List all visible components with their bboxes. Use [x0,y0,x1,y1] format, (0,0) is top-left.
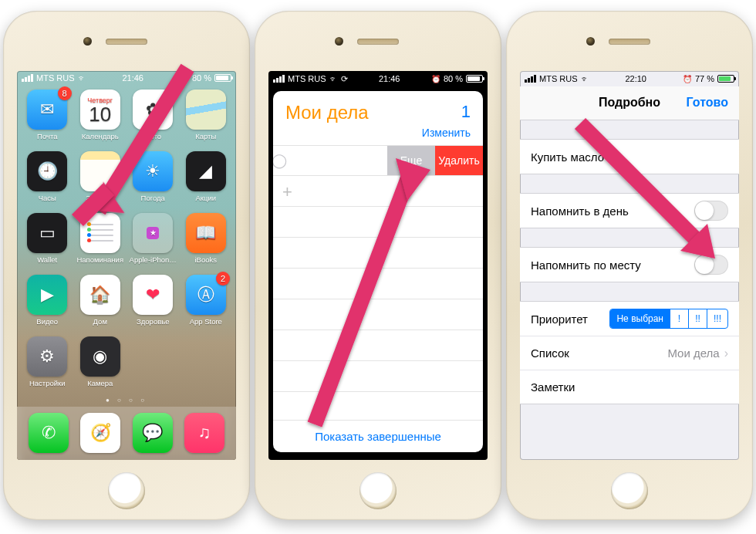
priority-low[interactable]: ! [670,309,688,328]
alarm-icon: ⏰ [683,75,692,83]
wifi-icon: ᯤ [581,74,589,83]
signal-icon [273,75,285,83]
app-camera[interactable]: ◉ Камера [75,336,127,395]
apps-grid: ✉︎ 8 Почта Четверг 10 Календарь ✿ Фото К… [17,85,236,395]
calendar-icon: Четверг 10 [80,90,120,130]
phone-frame-1: MTS RUS ᯤ 21:46 ⏰ 80 % ✉︎ 8 Почта Четвер… [3,11,250,520]
battery-percent: 80 % [444,74,463,83]
badge: 2 [216,272,230,286]
app-ibooks[interactable]: 📖 iBooks [181,213,232,272]
phone-speaker [357,39,399,45]
app-wallet[interactable]: ▭ Wallet [22,213,73,272]
app-appstore[interactable]: Ⓐ 2 App Store [181,275,232,333]
show-completed-link[interactable]: Показать завершенные [273,420,483,452]
remind-location-toggle[interactable] [694,255,728,275]
reminder-empty-row [273,299,483,330]
reminder-title-field[interactable]: Купить масло [520,140,739,174]
meta-group: Приоритет Не выбран ! !! !!! Список Мои … [520,301,739,404]
home-button[interactable] [108,472,145,509]
carrier-label: MTS RUS [36,73,75,83]
done-button[interactable]: Готово [687,96,728,110]
status-time: 22:10 [625,74,646,83]
app-calendar[interactable]: Четверг 10 Календарь [75,90,127,148]
remind-day-toggle[interactable] [694,201,728,221]
carrier-label: MTS RUS [539,74,578,83]
app-videos[interactable]: ▶ Видео [22,275,73,333]
reminder-empty-row [273,176,483,207]
page-dots[interactable]: ● ○ ○ ○ [17,395,236,407]
remind-at-location-row[interactable]: Напомнить по месту [520,248,739,282]
app-home[interactable]: 🏠 Дом [75,275,127,333]
reminder-row[interactable]: ◯ Еще Удалить [273,145,483,176]
reminders-icon [80,213,120,253]
edit-link[interactable]: Изменить [273,127,483,145]
home-button[interactable] [611,472,648,509]
add-reminder-icon[interactable]: + [282,182,292,202]
status-bar: MTS RUS ᯤ ⟳ 21:46 ⏰ 80 % [268,71,488,86]
reminder-details-screen: MTS RUS ᯤ 22:10 ⏰ 77 % Подробно Готово К… [520,71,739,460]
reminder-empty-row [273,269,483,299]
camera-icon: ◉ [80,336,120,377]
priority-row[interactable]: Приоритет Не выбран ! !! !!! [520,302,739,336]
chevron-right-icon: › [724,346,728,360]
home-button[interactable] [359,472,397,509]
title-group: Купить масло [520,139,739,174]
app-clock[interactable]: 🕘 Часы [22,151,73,210]
priority-high[interactable]: !!! [707,309,727,328]
app-mail[interactable]: ✉︎ 8 Почта [22,90,73,148]
navbar: Подробно Готово [520,86,739,120]
alarm-icon: ⏰ [431,75,440,83]
app-maps[interactable]: Карты [181,90,232,148]
priority-med[interactable]: !! [688,309,707,328]
reminders-app-switcher-screen: MTS RUS ᯤ ⟳ 21:46 ⏰ 80 % 1 Мои дела Изме… [268,71,488,460]
priority-segmented[interactable]: Не выбран ! !! !!! [609,309,728,329]
wifi-icon: ᯤ [329,74,338,83]
app-folder[interactable]: ★ Apple-iPhon… [127,213,179,272]
folder-icon: ★ [133,213,173,253]
status-time: 21:46 [379,74,400,83]
app-stocks[interactable]: ◢ Акции [181,151,232,210]
list-value: Мои дела [667,346,719,360]
front-camera [83,37,92,46]
phone-speaker [609,39,650,45]
radio-unchecked-icon[interactable]: ◯ [273,146,289,175]
remind-on-day-row[interactable]: Напомнить в день [520,194,739,228]
priority-none[interactable]: Не выбран [610,309,670,328]
maps-icon [186,90,226,130]
reminder-empty-row [273,207,483,238]
swipe-more-button[interactable]: Еще [387,146,435,175]
reminder-empty-row [273,361,483,392]
list-title: Мои дела [285,102,471,123]
reminder-empty-row [273,238,483,269]
app-reminders[interactable]: Напоминания [75,213,127,272]
swipe-delete-button[interactable]: Удалить [435,146,483,175]
home-screen: MTS RUS ᯤ 21:46 ⏰ 80 % ✉︎ 8 Почта Четвер… [17,71,236,460]
dock-phone-icon[interactable]: ✆ [29,413,69,453]
wallet-icon: ▭ [27,213,67,253]
dock-messages-icon[interactable]: 💬 [133,413,173,453]
weather-icon: ☀︎ [133,151,173,191]
reminders-list: ◯ Еще Удалить + [273,145,483,420]
app-settings[interactable]: ⚙︎ Настройки [22,336,73,395]
dock-safari-icon[interactable]: 🧭 [80,413,120,453]
status-bar: MTS RUS ᯤ 21:46 ⏰ 80 % [17,71,236,85]
clock-icon: 🕘 [27,151,67,191]
reminder-empty-row [273,330,483,361]
app-notes[interactable]: Заметки [75,151,127,210]
battery-icon [214,74,231,82]
app-health[interactable]: ❤︎ Здоровье [127,275,179,333]
list-row[interactable]: Список Мои дела › [520,336,739,370]
dock-music-icon[interactable]: ♫ [184,413,224,453]
app-photos[interactable]: ✿ Фото [127,90,179,148]
settings-icon: ⚙︎ [27,336,67,377]
battery-percent: 77 % [695,74,714,83]
signal-icon [525,75,536,83]
remind-location-group: Напомнить по месту [520,247,739,282]
status-bar: MTS RUS ᯤ 22:10 ⏰ 77 % [520,71,739,86]
app-weather[interactable]: ☀︎ Погода [127,151,179,210]
alarm-icon: ⏰ [180,73,189,82]
reminders-card[interactable]: 1 Мои дела Изменить ◯ Еще Удалить [273,91,483,452]
list-count: 1 [461,102,471,122]
signal-icon [22,74,33,82]
notes-row[interactable]: Заметки [520,370,739,404]
